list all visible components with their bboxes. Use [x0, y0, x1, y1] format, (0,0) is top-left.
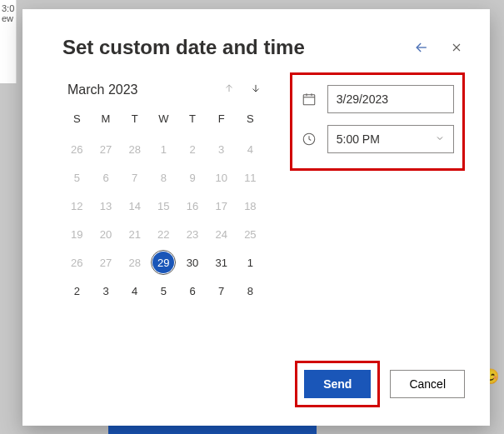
modal-header: Set custom date and time — [62, 36, 465, 59]
time-select[interactable]: 5:00 PM — [327, 125, 454, 153]
calendar-day: 1 — [152, 138, 175, 160]
calendar-day: 2 — [181, 138, 204, 160]
day-of-week: S — [62, 109, 92, 132]
next-month-icon[interactable] — [250, 82, 262, 97]
month-nav — [223, 82, 262, 97]
calendar-day: 11 — [238, 167, 262, 188]
calendar-day: 3 — [210, 138, 233, 160]
calendar-day: 14 — [123, 195, 147, 217]
calendar-grid: SMTWTFS262728123456789101112131415161718… — [62, 109, 265, 302]
calendar-day: 26 — [65, 138, 88, 160]
calendar-day: 15 — [152, 195, 175, 217]
time-row: 5:00 PM — [301, 125, 454, 153]
day-of-week: M — [92, 109, 121, 132]
custom-datetime-modal: Set custom date and time March 2023 — [22, 9, 490, 426]
calendar-day: 24 — [210, 223, 233, 245]
datetime-highlight: 3/29/2023 5:00 PM — [290, 72, 465, 171]
calendar-day[interactable]: 3 — [94, 280, 117, 302]
background-fragment: 3:0 ew — [0, 0, 17, 83]
day-of-week: S — [236, 109, 265, 132]
calendar-day[interactable]: 2 — [65, 280, 88, 302]
calendar-day: 4 — [238, 138, 262, 160]
calendar-day: 26 — [65, 252, 88, 273]
calendar: March 2023 SMTWTFS2627281234567891011121… — [62, 82, 265, 302]
modal-footer: Send Cancel — [295, 361, 465, 407]
calendar-day: 13 — [94, 195, 117, 217]
calendar-day: 25 — [238, 223, 262, 245]
calendar-day[interactable]: 6 — [181, 280, 204, 302]
cancel-label: Cancel — [409, 377, 446, 391]
day-of-week: T — [120, 109, 149, 132]
calendar-day: 19 — [65, 223, 88, 245]
calendar-day: 22 — [152, 223, 175, 245]
calendar-day: 5 — [65, 167, 88, 188]
month-label[interactable]: March 2023 — [67, 82, 138, 97]
calendar-day: 27 — [94, 138, 117, 160]
close-icon[interactable] — [448, 39, 465, 56]
calendar-day: 16 — [181, 195, 204, 217]
send-button[interactable]: Send — [304, 370, 371, 398]
calendar-day: 17 — [210, 195, 233, 217]
calendar-day[interactable]: 30 — [181, 252, 204, 273]
back-icon[interactable] — [413, 39, 430, 56]
calendar-day: 23 — [181, 223, 204, 245]
calendar-day[interactable]: 31 — [210, 252, 233, 273]
cancel-button[interactable]: Cancel — [390, 370, 465, 398]
calendar-day: 28 — [123, 252, 147, 273]
calendar-day: 12 — [65, 195, 88, 217]
calendar-icon — [301, 92, 317, 107]
calendar-day: 10 — [210, 167, 233, 188]
day-of-week: T — [178, 109, 207, 132]
calendar-day[interactable]: 7 — [210, 280, 233, 302]
bg-time: 3:0 — [2, 3, 14, 13]
calendar-day[interactable]: 5 — [152, 280, 175, 302]
send-highlight: Send — [295, 361, 380, 407]
calendar-day: 8 — [152, 167, 175, 188]
calendar-day: 27 — [94, 252, 117, 273]
calendar-day[interactable]: 29 — [152, 252, 174, 273]
calendar-day: 9 — [181, 167, 204, 188]
send-label: Send — [323, 377, 352, 391]
calendar-day[interactable]: 4 — [123, 280, 147, 302]
time-value: 5:00 PM — [337, 132, 380, 146]
calendar-header: March 2023 — [62, 82, 265, 109]
svg-rect-0 — [303, 95, 315, 105]
date-value: 3/29/2023 — [337, 92, 388, 106]
calendar-day: 7 — [123, 167, 147, 188]
calendar-day: 28 — [123, 138, 147, 160]
modal-title: Set custom date and time — [62, 36, 305, 59]
calendar-day: 18 — [238, 195, 262, 217]
header-actions — [413, 39, 465, 56]
prev-month-icon[interactable] — [223, 82, 235, 97]
bg-text: ew — [2, 13, 14, 23]
date-input[interactable]: 3/29/2023 — [327, 85, 454, 113]
day-of-week: F — [207, 109, 236, 132]
calendar-day: 21 — [123, 223, 147, 245]
date-row: 3/29/2023 — [301, 85, 454, 113]
calendar-day: 20 — [94, 223, 117, 245]
day-of-week: W — [149, 109, 178, 132]
calendar-day[interactable]: 8 — [238, 280, 262, 302]
modal-body: March 2023 SMTWTFS2627281234567891011121… — [62, 82, 465, 302]
calendar-day[interactable]: 1 — [238, 252, 262, 273]
clock-icon — [301, 132, 317, 147]
chevron-down-icon — [435, 132, 445, 146]
calendar-day: 6 — [94, 167, 117, 188]
